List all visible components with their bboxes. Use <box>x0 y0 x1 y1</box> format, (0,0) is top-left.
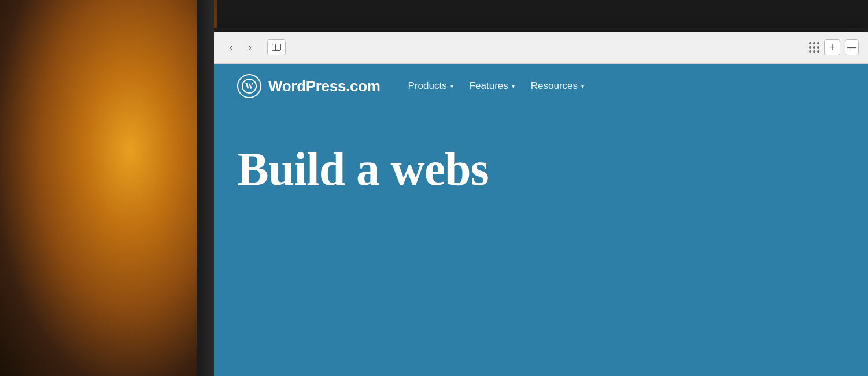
wordpress-logo-icon: W <box>237 74 261 98</box>
wordpress-site: W WordPress.com Products ▾ Features ▾ Re… <box>214 64 868 376</box>
wp-navigation: W WordPress.com Products ▾ Features ▾ Re… <box>214 64 868 109</box>
features-chevron-icon: ▾ <box>512 83 515 90</box>
resources-chevron-icon: ▾ <box>581 83 584 90</box>
dot <box>809 46 811 49</box>
nav-item-products[interactable]: Products ▾ <box>408 80 453 92</box>
dot <box>817 46 819 49</box>
sidebar-toggle-button[interactable] <box>267 39 286 55</box>
dash-icon: — <box>847 42 856 53</box>
dot <box>813 50 815 53</box>
wordpress-logo-text: WordPress.com <box>268 77 381 95</box>
plus-icon: + <box>829 42 836 54</box>
browser-right-controls: + — <box>809 39 859 55</box>
wp-hero-section: Build a webs <box>214 109 868 207</box>
monitor-housing <box>197 0 214 376</box>
svg-text:W: W <box>245 82 253 91</box>
wp-w-svg: W <box>242 79 257 94</box>
forward-icon: › <box>248 42 251 53</box>
dot <box>809 42 811 44</box>
nav-item-features[interactable]: Features ▾ <box>470 80 515 92</box>
back-button[interactable]: ‹ <box>223 39 239 55</box>
sidebar-toggle-icon <box>272 44 281 51</box>
nav-item-resources[interactable]: Resources ▾ <box>531 80 584 92</box>
wp-hero-heading: Build a webs <box>237 143 845 195</box>
bokeh-background <box>0 0 217 376</box>
dot <box>813 46 815 49</box>
browser-nav-buttons: ‹ › <box>223 39 258 55</box>
dot <box>817 42 819 44</box>
nav-item-resources-label: Resources <box>531 80 578 92</box>
browser-chrome: ‹ › + <box>214 32 868 64</box>
back-icon: ‹ <box>230 42 232 53</box>
dot <box>813 42 815 44</box>
collapse-button[interactable]: — <box>845 39 859 55</box>
new-tab-button[interactable]: + <box>824 39 840 55</box>
dot <box>809 50 811 53</box>
forward-button[interactable]: › <box>242 39 258 55</box>
nav-item-products-label: Products <box>408 80 447 92</box>
grid-view-icon <box>809 42 819 53</box>
products-chevron-icon: ▾ <box>450 83 453 90</box>
dot <box>817 50 819 53</box>
nav-item-features-label: Features <box>470 80 508 92</box>
wordpress-logo[interactable]: W WordPress.com <box>237 74 381 98</box>
wp-nav-items: Products ▾ Features ▾ Resources ▾ <box>408 80 584 92</box>
browser-screen: ‹ › + <box>214 32 868 376</box>
